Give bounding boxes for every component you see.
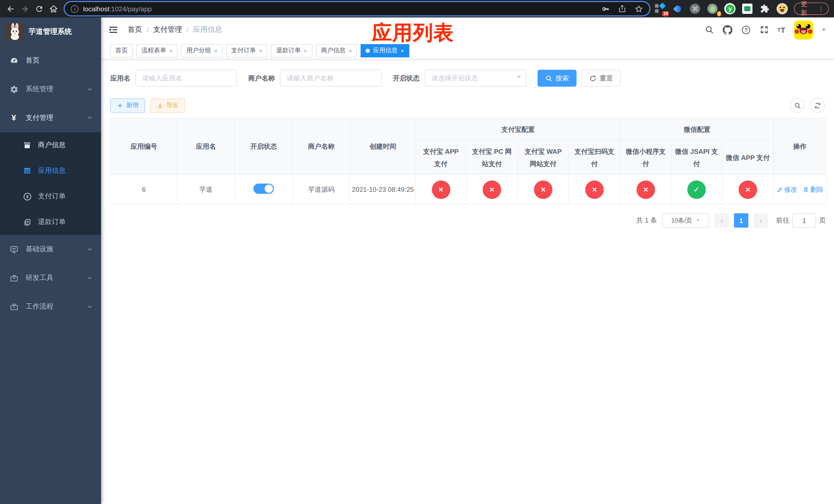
content: 应用名 商户名称 开启状态	[101, 60, 834, 238]
browser-forward-button[interactable]	[18, 2, 32, 16]
goto-page-input[interactable]	[792, 213, 816, 228]
status-alipay-wap: ×	[534, 180, 552, 199]
col-group-wechat: 微信配置	[620, 118, 774, 141]
col-header-merchant: 商户名称	[293, 118, 350, 175]
tab-home[interactable]: 首页	[110, 44, 133, 57]
sidebar-logo[interactable]: 芋道管理系统	[0, 18, 101, 46]
search-button[interactable]: 搜索	[537, 70, 576, 87]
breadcrumb-section[interactable]: 支付管理	[153, 25, 182, 35]
github-icon[interactable]	[722, 25, 732, 35]
sidebar-item-infrastructure[interactable]: 基础设施	[0, 235, 101, 264]
show-search-button[interactable]	[790, 98, 805, 113]
status-label: 开启状态	[393, 74, 420, 83]
plus-icon	[117, 102, 123, 109]
sidebar-item-home[interactable]: 首页	[0, 46, 101, 75]
font-size-icon[interactable]: TT	[777, 25, 785, 34]
home-icon	[49, 4, 58, 13]
sidebar-item-payment[interactable]: ¥ 支付管理	[0, 104, 101, 132]
breadcrumb-home[interactable]: 首页	[128, 25, 142, 35]
sidebar-item-refund-orders[interactable]: 退款订单	[0, 209, 101, 235]
breadcrumb-separator: /	[187, 26, 189, 34]
sidebar-item-label: 工作流程	[26, 302, 53, 311]
password-key-icon[interactable]	[601, 4, 610, 13]
extension-chat-icon[interactable]	[742, 3, 753, 14]
current-page[interactable]: 1	[734, 213, 748, 228]
prev-page-button[interactable]: ‹	[715, 213, 729, 228]
close-icon[interactable]: ×	[169, 47, 173, 53]
page-size-select[interactable]: 10条/页	[662, 213, 709, 228]
refresh-table-button[interactable]	[810, 98, 825, 113]
bookmark-star-icon[interactable]	[635, 4, 643, 13]
sidebar-item-dev-tools[interactable]: 研发工具	[0, 264, 101, 292]
extension-y-icon[interactable]: y	[724, 3, 736, 14]
user-avatar[interactable]	[794, 20, 813, 39]
close-icon[interactable]: ×	[259, 47, 262, 53]
update-label: 更新	[801, 0, 813, 18]
close-icon[interactable]: ×	[304, 47, 307, 53]
extension-kite-icon[interactable]	[672, 3, 683, 14]
tab-pay-orders[interactable]: 支付订单×	[226, 44, 267, 57]
reset-button[interactable]: 重置	[581, 70, 621, 87]
monitor-chart-icon	[9, 245, 19, 254]
enabled-toggle[interactable]	[254, 184, 274, 194]
breadcrumb-separator: /	[147, 26, 149, 34]
tags-view-bar: 首页 流程表单× 用户分组× 支付订单× 退款订单× 商户信息× 应用信息×	[101, 42, 834, 60]
page-annotation: 应用列表	[372, 19, 454, 47]
status-select[interactable]	[425, 70, 526, 87]
tab-process-form[interactable]: 流程表单×	[136, 44, 178, 57]
documents-icon	[23, 217, 32, 227]
help-icon[interactable]: ?	[741, 25, 751, 35]
tab-merchant-info[interactable]: 商户信息×	[316, 44, 357, 57]
site-info-icon[interactable]: i	[71, 5, 79, 13]
sidebar: 芋道管理系统 首页 系统管理 ¥ 支付管理	[0, 18, 101, 504]
next-page-button[interactable]: ›	[753, 213, 768, 228]
export-button[interactable]: 导出	[150, 98, 185, 113]
col-group-alipay: 支付宝配置	[416, 118, 620, 141]
share-icon[interactable]	[618, 5, 627, 13]
sidebar-item-app-info[interactable]: 应用信息	[0, 158, 101, 184]
sidebar-item-label: 支付订单	[38, 192, 66, 201]
filter-form: 应用名 商户名称 开启状态	[110, 70, 825, 87]
sidebar-item-system[interactable]: 系统管理	[0, 75, 101, 104]
tab-user-group[interactable]: 用户分组×	[181, 44, 223, 57]
avatar-dropdown-icon[interactable]	[822, 29, 826, 33]
sidebar-collapse-icon[interactable]	[108, 24, 119, 36]
sidebar-item-pay-orders[interactable]: ¥ 支付订单	[0, 184, 101, 209]
apps-table: 应用编号 应用名 开启状态 商户名称 创建时间 支付宝配置 微信配置 操作 支付…	[110, 118, 826, 205]
status-wx-app: ×	[739, 180, 757, 199]
profile-avatar-icon[interactable]	[777, 3, 788, 14]
sidebar-item-label: 应用信息	[38, 166, 66, 175]
search-icon[interactable]	[704, 25, 714, 35]
yen-circle-icon: ¥	[23, 192, 32, 201]
status-select-input[interactable]	[425, 70, 526, 87]
close-icon[interactable]: ×	[401, 47, 404, 53]
close-icon[interactable]: ×	[214, 47, 218, 53]
sidebar-item-label: 研发工具	[26, 273, 53, 282]
chevron-down-icon	[87, 303, 93, 310]
col-header-alipay-app: 支付宝 APP 支付	[416, 141, 466, 175]
extensions-puzzle-icon[interactable]	[760, 3, 771, 14]
close-icon[interactable]: ×	[349, 47, 352, 53]
browser-update-button[interactable]: 更新 ⋮	[794, 3, 829, 15]
search-icon	[794, 102, 801, 109]
browser-reload-button[interactable]	[32, 2, 46, 16]
edit-link[interactable]: 修改	[776, 185, 797, 194]
extension-blue-diamond-icon[interactable]: 10	[655, 3, 666, 14]
add-button[interactable]: 新增	[110, 98, 145, 113]
extension-camera-icon[interactable]: 1	[707, 3, 718, 14]
browser-back-button[interactable]	[3, 2, 18, 16]
sidebar-item-workflow[interactable]: 工作流程	[0, 292, 101, 321]
col-header-wx-mini: 微信小程序支付	[620, 141, 671, 175]
url-host: localhost	[83, 5, 110, 13]
browser-menu-icon[interactable]: ⋮	[818, 5, 824, 13]
extension-command-icon[interactable]: ⌘	[689, 3, 701, 14]
fullscreen-icon[interactable]	[760, 25, 769, 35]
url-bar[interactable]: i localhost:1024/pay/app	[65, 2, 650, 15]
tab-refund-orders[interactable]: 退款订单×	[271, 44, 312, 57]
sidebar-item-merchant-info[interactable]: 商户信息	[0, 132, 101, 158]
browser-home-button[interactable]	[46, 2, 61, 16]
app-name-input[interactable]	[135, 70, 237, 87]
merchant-name-input[interactable]	[280, 70, 381, 87]
delete-link[interactable]: 删除	[803, 185, 824, 194]
sidebar-item-label: 首页	[26, 56, 40, 65]
